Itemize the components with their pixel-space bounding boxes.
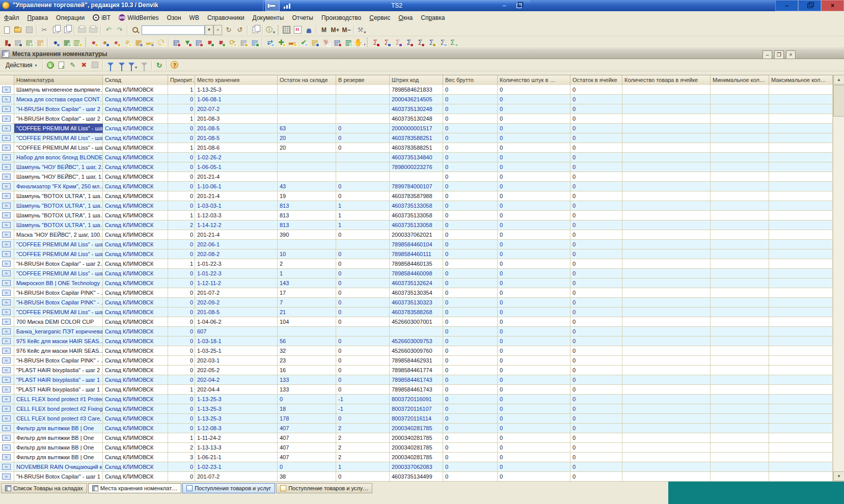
cell[interactable]: 0 bbox=[336, 191, 390, 201]
cell[interactable]: 2 bbox=[336, 453, 390, 462]
filter-history-button[interactable]: ▾ bbox=[127, 60, 139, 71]
cell[interactable]: 0 bbox=[570, 472, 622, 482]
cell[interactable]: Склад КЛИМОВСК bbox=[103, 424, 168, 433]
cell[interactable]: "COFFEE PREMIUM All Liss" - шаг… bbox=[14, 249, 103, 259]
cell[interactable]: 0 bbox=[570, 462, 622, 472]
cell[interactable]: 0 bbox=[336, 346, 390, 356]
row-icon-cell[interactable]: ≈ bbox=[0, 211, 14, 220]
cell[interactable]: Склад КЛИМОВСК bbox=[103, 414, 168, 424]
edit-button[interactable]: ✎ bbox=[67, 60, 78, 71]
coins-icon[interactable]: ❍ bbox=[155, 37, 167, 48]
column-header[interactable]: Минимальное кол… bbox=[711, 75, 769, 85]
cell[interactable] bbox=[711, 153, 769, 162]
cell[interactable] bbox=[711, 307, 769, 317]
cell[interactable]: 0 bbox=[498, 453, 570, 462]
table-row[interactable]: ≈"PLAST HAIR bixyplastia" - шаг 1 …Склад… bbox=[0, 375, 833, 385]
cell[interactable]: Склад КЛИМОВСК bbox=[103, 220, 168, 230]
cell[interactable] bbox=[711, 375, 769, 385]
cell[interactable]: 975 Кейс для маски HAIR SEAS… bbox=[14, 337, 103, 346]
cell[interactable] bbox=[711, 249, 769, 259]
cell[interactable]: 1-06-08-1 bbox=[195, 95, 278, 104]
cell[interactable] bbox=[390, 327, 443, 337]
refresh-button[interactable]: ↻ bbox=[154, 60, 165, 71]
cell[interactable]: 0 bbox=[443, 220, 498, 230]
cell[interactable]: 0 bbox=[443, 385, 498, 395]
cell[interactable]: Склад КЛИМОВСК bbox=[103, 162, 168, 172]
cell[interactable]: 0 bbox=[443, 269, 498, 278]
cell[interactable] bbox=[622, 278, 711, 288]
cell[interactable]: Склад КЛИМОВСК bbox=[103, 259, 168, 269]
cell[interactable] bbox=[711, 298, 769, 307]
cell[interactable] bbox=[711, 95, 769, 104]
cell[interactable]: 0 bbox=[443, 114, 498, 124]
cell[interactable]: 0 bbox=[498, 443, 570, 453]
cell[interactable] bbox=[769, 298, 833, 307]
cell[interactable]: "COFFEE PREMIUM All Liss" - шаг… bbox=[14, 143, 103, 153]
cell[interactable]: 0 bbox=[570, 346, 622, 356]
cell[interactable] bbox=[278, 85, 336, 95]
cell[interactable]: "COFFEE PREMIUM All Liss" - шаг… bbox=[14, 307, 103, 317]
column-header[interactable]: Склад bbox=[103, 75, 168, 85]
cell[interactable]: 7898584461774 bbox=[390, 366, 443, 375]
cell[interactable]: 0 bbox=[336, 385, 390, 395]
cell[interactable]: 1 bbox=[168, 85, 195, 95]
table-row[interactable]: ≈Шампунь мгновенное выпрямле…Склад КЛИМО… bbox=[0, 85, 833, 95]
cell[interactable]: 1 bbox=[168, 143, 195, 153]
cell[interactable]: 0 bbox=[570, 191, 622, 201]
handover-icon[interactable]: ✋▾ bbox=[354, 37, 365, 48]
window-tab[interactable]: Список Товары на складах bbox=[1, 483, 87, 493]
cell[interactable]: 0 bbox=[498, 104, 570, 114]
cell[interactable]: 7898584462931 bbox=[390, 356, 443, 366]
table-row[interactable]: ≈"H-BRUSH Botox Capilar PINK" - …Склад К… bbox=[0, 288, 833, 298]
table-row[interactable]: ≈"H-BRUSH Botox Capilar" - шаг 2…Склад К… bbox=[0, 259, 833, 269]
cell[interactable]: 0 bbox=[336, 414, 390, 424]
row-icon-cell[interactable]: ≈ bbox=[0, 424, 14, 433]
cell[interactable] bbox=[711, 143, 769, 153]
help-button[interactable]: ? bbox=[169, 60, 180, 71]
cell[interactable]: 0 bbox=[336, 259, 390, 269]
cell[interactable] bbox=[769, 153, 833, 162]
cell[interactable] bbox=[711, 259, 769, 269]
table-row[interactable]: ≈"H-BRUSH Botox Capilar PINK" - …Склад К… bbox=[0, 356, 833, 366]
invoice-icon[interactable]: ▤ bbox=[238, 37, 249, 48]
cell[interactable]: 1-01-22-3 bbox=[195, 269, 278, 278]
cell[interactable]: Склад КЛИМОВСК bbox=[103, 366, 168, 375]
cell[interactable]: 0 bbox=[443, 259, 498, 269]
cell[interactable]: 0 bbox=[498, 172, 570, 182]
cell[interactable] bbox=[622, 366, 711, 375]
vertical-scrollbar[interactable]: ▲ ▼ bbox=[833, 75, 844, 481]
cell[interactable] bbox=[622, 249, 711, 259]
cell[interactable]: 0 bbox=[443, 404, 498, 414]
cell[interactable]: 18 bbox=[278, 404, 336, 414]
column-header[interactable]: Количество штук в … bbox=[498, 75, 570, 85]
table-row[interactable]: ≈Микроскоп BB | ONE Technology …Склад КЛ… bbox=[0, 278, 833, 288]
cell[interactable]: "PLAST HAIR bixyplastia" - шаг 1 … bbox=[14, 385, 103, 395]
cell[interactable] bbox=[769, 327, 833, 337]
cell[interactable]: 0 bbox=[570, 85, 622, 95]
row-icon-cell[interactable]: ≈ bbox=[0, 278, 14, 288]
cell[interactable] bbox=[769, 240, 833, 249]
cell[interactable] bbox=[769, 124, 833, 133]
cell[interactable] bbox=[336, 172, 390, 182]
cell[interactable] bbox=[278, 153, 336, 162]
cell[interactable]: 0 bbox=[498, 95, 570, 104]
cell[interactable] bbox=[711, 385, 769, 395]
cell[interactable]: 0 bbox=[443, 201, 498, 211]
row-icon-cell[interactable]: ≈ bbox=[0, 133, 14, 143]
cell[interactable]: 2000337062021 bbox=[390, 230, 443, 240]
client-payment-icon[interactable]: ● bbox=[99, 37, 111, 48]
cell[interactable] bbox=[336, 85, 390, 95]
cell[interactable]: 7898000223276 bbox=[390, 162, 443, 172]
table-row[interactable]: ≈"COFFEE PREMIUM All Liss" - шаг…Склад К… bbox=[0, 307, 833, 317]
cell[interactable]: 1-03-18-1 bbox=[195, 337, 278, 346]
cell[interactable]: 0 bbox=[443, 95, 498, 104]
cell[interactable]: 201-08-5 bbox=[195, 124, 278, 133]
cell[interactable] bbox=[769, 104, 833, 114]
cell[interactable]: 4603783587988 bbox=[390, 191, 443, 201]
cell[interactable] bbox=[711, 337, 769, 346]
copy-icon[interactable] bbox=[50, 24, 61, 36]
cell[interactable] bbox=[622, 191, 711, 201]
cell[interactable] bbox=[711, 404, 769, 414]
cell[interactable] bbox=[711, 133, 769, 143]
cell[interactable] bbox=[622, 307, 711, 317]
